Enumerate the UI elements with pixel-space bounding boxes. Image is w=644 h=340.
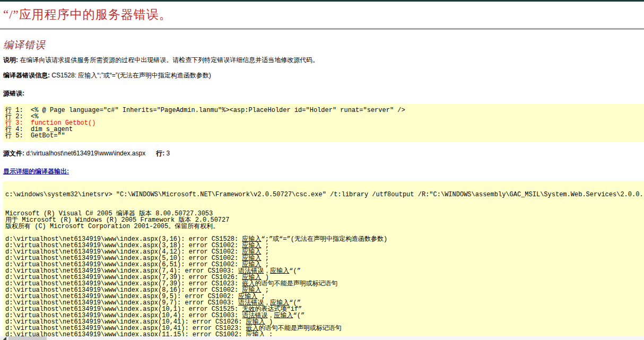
line-number: 3 (164, 150, 170, 157)
link-row: 显示详细的编译器输出: (3, 167, 644, 176)
scroll-left-button[interactable] (0, 336, 8, 340)
horizontal-scrollbar[interactable] (0, 336, 644, 340)
source-error-box: 行 1: <% @ Page language="c#" Inherits="P… (3, 104, 644, 142)
description: 说明: 在编译向该请求提供服务所需资源的过程中出现错误。请检查下列特定错误详细信… (3, 56, 644, 65)
left-arrow-icon (3, 337, 6, 340)
compiler-output-box: c:\windows\system32\inetsrv> "C:\WINDOWS… (3, 181, 644, 340)
top-border (0, 0, 644, 2)
source-code-line: 行 4: dim s_agent (5, 126, 642, 133)
title-divider (0, 28, 644, 30)
compiler-error-message: 编译器错误信息: CS1528: 应输入“;”或“=”(无法在声明中指定构造函数… (3, 71, 644, 80)
source-code-line: 行 3: function Getbot() (5, 120, 642, 126)
error-page: “/”应用程序中的服务器错误。 编译错误 说明: 在编译向该请求提供服务所需资源… (0, 6, 644, 340)
show-compiler-output-link[interactable]: 显示详细的编译器输出: (3, 168, 69, 175)
compiler-output-line: 版权所有 (C) Microsoft Corporation 2001-2005… (5, 223, 642, 230)
description-text: 在编译向该请求提供服务所需资源的过程中出现错误。请检查下列特定错误详细信息并适当… (18, 56, 319, 64)
source-code-line: 行 5: GetBot="" (5, 133, 642, 139)
compiler-output-pre: c:\windows\system32\inetsrv> "C:\WINDOWS… (5, 191, 642, 340)
source-file-label: 源文件: (3, 150, 24, 157)
compiler-error-label: 编译器错误信息: (3, 72, 50, 79)
source-code-line: 行 2: <% (5, 114, 642, 120)
source-file-path: d:\virtualhost\net6134919\www\index.aspx (24, 150, 145, 157)
source-code-line: 行 1: <% @ Page language="c#" Inherits="P… (5, 107, 642, 114)
compiler-output-line: c:\windows\system32\inetsrv> "C:\WINDOWS… (5, 191, 642, 198)
compiler-output-line (5, 198, 642, 204)
source-file-line: 源文件: d:\virtualhost\net6134919\www\index… (3, 149, 644, 158)
page-title: “/”应用程序中的服务器错误。 (3, 6, 644, 23)
line-label: 行: (156, 150, 164, 157)
scrollbar-thumb[interactable] (8, 336, 47, 340)
description-label: 说明: (3, 56, 18, 64)
source-error-pre: 行 1: <% @ Page language="c#" Inherits="P… (5, 107, 642, 139)
section-title: 编译错误 (3, 38, 644, 52)
source-error-heading: 源错误: (3, 89, 644, 98)
compiler-error-text: CS1528: 应输入“;”或“=”(无法在声明中指定构造函数参数) (50, 72, 211, 79)
source-error-label: 源错误: (3, 90, 24, 97)
